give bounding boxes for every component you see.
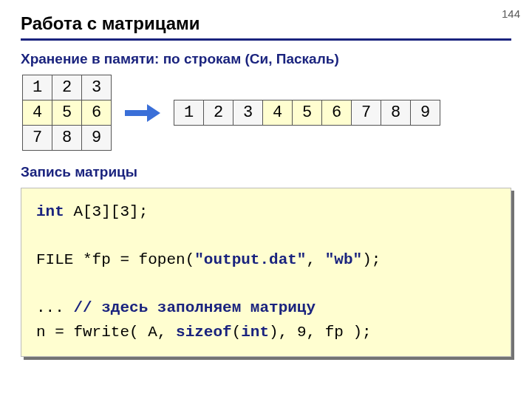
linear-cell: 5: [293, 100, 322, 126]
code-text: FILE *fp = fopen(: [36, 251, 194, 268]
code-text: );: [362, 251, 381, 268]
code-keyword: int: [241, 324, 269, 341]
code-block: int A[3][3]; FILE *fp = fopen("output.da…: [21, 188, 511, 357]
subhead-storage: Хранение в памяти: по строкам (Си, Паска…: [21, 51, 511, 67]
code-text: ...: [36, 299, 73, 316]
code-text: ,: [306, 251, 324, 268]
linear-cell: 4: [263, 100, 293, 126]
code-text: ), 9, fp );: [269, 324, 372, 341]
linear-cell: 3: [233, 100, 263, 126]
matrix-linear: 1 2 3 4 5 6 7 8 9: [174, 100, 440, 126]
linear-cell: 9: [411, 100, 440, 126]
matrix-cell: 1: [23, 75, 52, 100]
linear-cell: 2: [204, 100, 233, 126]
matrix-3x3: 1 2 3 4 5 6 7 8 9: [22, 75, 112, 151]
code-text: n = fwrite( A,: [36, 324, 176, 341]
code-keyword: sizeof: [176, 324, 232, 341]
matrix-cell: 5: [52, 100, 82, 126]
code-text: (: [232, 324, 242, 341]
linear-cell: 6: [322, 100, 352, 126]
linear-cell: 1: [174, 100, 204, 126]
arrow-right-icon: [125, 104, 160, 122]
matrix-cell: 2: [52, 75, 82, 100]
matrix-cell: 6: [82, 100, 112, 126]
matrix-cell: 8: [52, 126, 82, 151]
matrix-cell: 4: [23, 100, 52, 126]
svg-marker-1: [147, 104, 160, 122]
matrix-cell: 9: [82, 126, 112, 151]
subhead-write: Запись матрицы: [21, 164, 511, 180]
matrix-illustration: 1 2 3 4 5 6 7 8 9 1 2 3 4 5 6 7 8: [22, 75, 511, 151]
matrix-cell: 3: [82, 75, 112, 100]
code-keyword: int: [36, 203, 64, 220]
code-text: A[3][3];: [64, 203, 148, 220]
code-string: "wb": [325, 251, 362, 268]
linear-cell: 8: [381, 100, 411, 126]
page-number: 144: [502, 7, 520, 20]
svg-rect-0: [125, 110, 147, 116]
code-comment: // здесь заполняем матрицу: [73, 299, 316, 316]
code-string: "output.dat": [194, 251, 306, 268]
page-title: Работа с матрицами: [21, 13, 511, 41]
matrix-cell: 7: [23, 126, 52, 151]
linear-cell: 7: [352, 100, 381, 126]
